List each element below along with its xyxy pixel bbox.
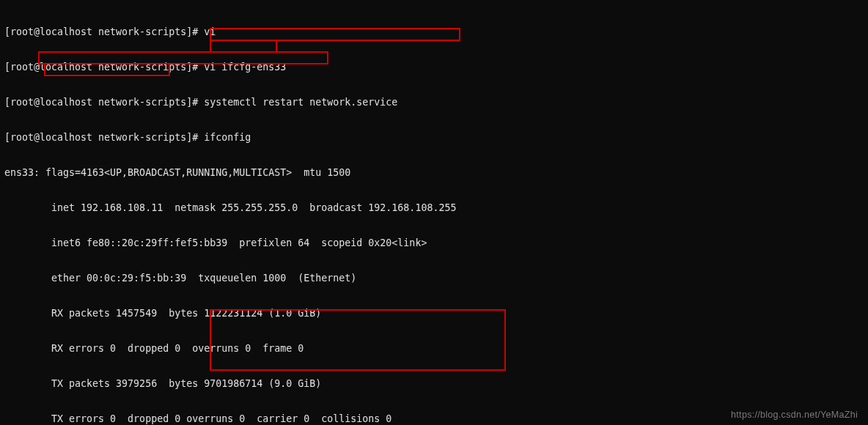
terminal-line: RX errors 0 dropped 0 overruns 0 frame 0 [4, 343, 864, 355]
terminal-line: ens33: flags=4163<UP,BROADCAST,RUNNING,M… [4, 167, 864, 179]
terminal-line: inet 192.168.108.11 netmask 255.255.255.… [4, 202, 864, 214]
terminal-line: ether 00:0c:29:f5:bb:39 txqueuelen 1000 … [4, 273, 864, 284]
terminal-screen[interactable]: [root@localhost network-scripts]# vi [ro… [0, 0, 868, 425]
terminal-line: inet6 fe80::20c:29ff:fef5:bb39 prefixlen… [4, 237, 864, 249]
terminal-line: [root@localhost network-scripts]# vi [4, 26, 864, 38]
terminal-line: [root@localhost network-scripts]# system… [4, 97, 864, 108]
watermark-text: https://blog.csdn.net/YeMaZhi [731, 409, 858, 421]
terminal-line: TX packets 3979256 bytes 9701986714 (9.0… [4, 378, 864, 390]
terminal-line: RX packets 1457549 bytes 1122231124 (1.0… [4, 308, 864, 319]
terminal-line: [root@localhost network-scripts]# vi ifc… [4, 62, 864, 73]
terminal-line: [root@localhost network-scripts]# ifconf… [4, 132, 864, 144]
